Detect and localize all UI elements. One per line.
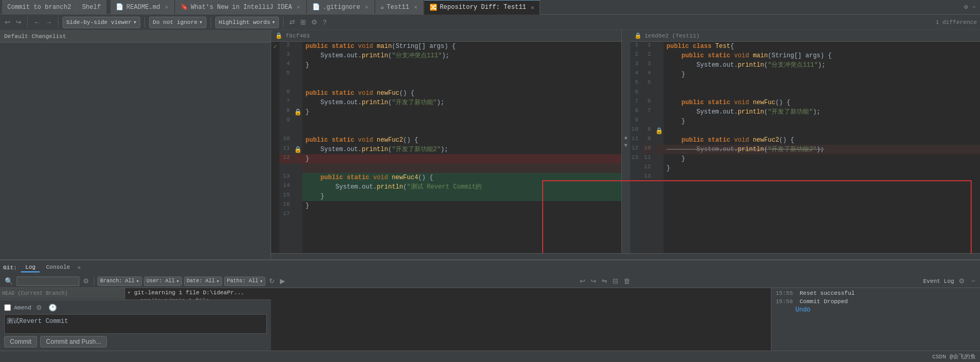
event-log-panel: 15:55 Reset successful 15:58 Commit Drop… — [771, 288, 980, 351]
user-filter[interactable]: User: All▾ — [144, 277, 182, 286]
trash-btn[interactable]: 🗑 — [622, 277, 632, 285]
ignore-mode-chevron: ▾ — [199, 19, 203, 26]
event-log-header-area: Event Log ⚙ − — [923, 277, 977, 285]
event-entry-1: 15:58 Commit Dropped — [774, 297, 978, 306]
top-tab-bar: Commit to branch2 Shelf 📄 README.md ✕ 🔖 … — [0, 0, 980, 15]
tab-repo-diff-label: Repository Diff: Test11 — [440, 4, 526, 11]
commit-push-button[interactable]: Commit and Push... — [40, 336, 106, 347]
undo-btn[interactable]: ↩ — [3, 18, 12, 27]
tab-commit-label: Commit to branch2 — [7, 4, 71, 11]
tab-whatsnew[interactable]: 🔖 What's New in IntelliJ IDEA ✕ — [175, 0, 306, 15]
ignore-mode-dropdown[interactable]: Do not ignore ▾ — [149, 17, 206, 28]
redo-btn[interactable]: ↪ — [14, 18, 23, 27]
tab-repo-diff[interactable]: 🔀 Repository Diff: Test11 ✕ — [424, 0, 540, 15]
diff-toolbar: ↩ ↪ ← → Side-by-side viewer ▾ Do not ign… — [0, 15, 980, 30]
git-toolbar-separator — [94, 277, 94, 285]
test11-icon: ☕ — [381, 3, 384, 11]
viewer-mode-dropdown[interactable]: Side-by-side viewer ▾ — [63, 17, 140, 28]
right-commit-hash: 1e6d6e2 (Test11) — [645, 33, 700, 39]
undo-git-btn[interactable]: ↩ — [578, 277, 587, 285]
refresh-btn[interactable]: ↻ — [267, 277, 276, 285]
minimize-icon[interactable]: − — [972, 4, 976, 11]
highlight-words-label: Highlight words — [219, 19, 271, 26]
git-arrow-btn[interactable]: ▶ — [278, 277, 287, 285]
gitignore-icon: 📄 — [312, 3, 320, 11]
paths-filter[interactable]: Paths: All▾ — [224, 277, 265, 286]
date-filter[interactable]: Date: All▾ — [184, 277, 222, 286]
lock-icon-left: 🔒 — [275, 32, 283, 39]
left-line-numbers: 2 3 4 5 6 7 8 9 10 11 12 — [279, 42, 294, 253]
git-tab-log[interactable]: Log — [21, 263, 40, 272]
merge-btn[interactable]: ⇋ — [600, 277, 609, 285]
commit-button[interactable]: Commit — [4, 336, 37, 347]
status-right: CSDN @会飞的鱼 — [932, 353, 976, 360]
viewer-mode-chevron: ▾ — [133, 19, 137, 26]
commit-panel: Amend ⚙ 🕐 测试Revert Commit Commit Commit … — [0, 299, 271, 351]
git-toolbar-right: ↩ ↪ ⇋ ⊟ 🗑 — [578, 277, 632, 285]
amend-label: Amend — [14, 305, 31, 311]
help-btn[interactable]: ? — [321, 18, 328, 27]
git-tab-bar: Git: Log Console ✕ — [0, 260, 980, 274]
git-tab-console[interactable]: Console — [42, 263, 74, 272]
diff-nav-separator: ▲ ▼ — [622, 30, 630, 253]
close-repo-diff-btn[interactable]: ✕ — [531, 4, 534, 11]
changelist-header: Default Changelist — [0, 30, 271, 43]
event-log-title: Event Log — [923, 278, 954, 284]
horizontal-scrollbar[interactable] — [271, 253, 980, 259]
readme-icon: 📄 — [116, 3, 124, 11]
event-entry-0: 15:55 Reset successful — [774, 289, 978, 297]
tab-gear-area: ⚙ − — [964, 3, 980, 11]
close-whatsnew-btn[interactable]: ✕ — [297, 4, 300, 10]
tab-test11[interactable]: ☕ Test11 ✕ — [375, 0, 423, 15]
settings-btn[interactable]: ⚙ — [310, 18, 319, 27]
event-log-minimize-btn[interactable]: − — [970, 277, 977, 285]
amend-checkbox[interactable] — [4, 304, 11, 311]
right-line-numbers-right: 1 2 3 4 5 6 7 8 9 10 11 — [643, 42, 655, 253]
repo-diff-icon: 🔀 — [430, 4, 437, 11]
tab-test11-label: Test11 — [387, 4, 409, 11]
tab-shelf-label: Shelf — [82, 4, 101, 11]
diff-count: 1 difference — [936, 19, 977, 26]
git-settings-btn[interactable]: ⚙ — [81, 277, 91, 285]
tab-commit[interactable]: Commit to branch2 — [2, 0, 77, 15]
console-close-btn[interactable]: ✕ — [77, 264, 81, 271]
left-code-area: public static void main(String[] args) {… — [302, 42, 621, 253]
right-lock-col: 🔒 — [655, 42, 664, 253]
status-bar: CSDN @会飞的鱼 — [0, 351, 980, 362]
close-test11-btn[interactable]: ✕ — [414, 4, 418, 10]
forward-btn[interactable]: → — [44, 18, 54, 27]
search-input-btn[interactable]: 🔍 — [3, 277, 15, 285]
git-search-input[interactable] — [17, 277, 79, 286]
amend-history-btn[interactable]: 🕐 — [47, 303, 58, 312]
columns-git-btn[interactable]: ⊟ — [611, 277, 620, 285]
event-undo-link[interactable]: Undo — [774, 306, 978, 314]
ignore-mode-label: Do not ignore — [153, 19, 198, 26]
tab-whatsnew-label: What's New in IntelliJ IDEA — [191, 4, 292, 11]
event-log-settings-btn[interactable]: ⚙ — [957, 277, 966, 285]
left-commit-hash: f8cf403 — [286, 33, 310, 39]
settings-icon[interactable]: ⚙ — [964, 3, 968, 11]
left-lock-col: 🔒 🔒 — [294, 42, 302, 253]
tab-readme-label: README.md — [126, 4, 160, 11]
tab-gitignore-label: .gitignore — [323, 4, 360, 11]
tab-shelf[interactable]: Shelf — [77, 0, 106, 15]
sync-btn[interactable]: ⇄ — [288, 18, 297, 27]
changed-files-repo: git-learning 1 file D:\ideaPr... — [134, 290, 244, 296]
changelist-label: Default Changelist — [4, 33, 66, 40]
git-label: Git: — [3, 265, 17, 271]
columns-btn[interactable]: ⊞ — [299, 18, 308, 27]
redo-git-btn[interactable]: ↪ — [589, 277, 598, 285]
right-code-area: public class Test{ public static void ma… — [664, 42, 981, 253]
branch-filter[interactable]: Branch: All▾ — [97, 277, 142, 286]
close-readme-btn[interactable]: ✕ — [165, 4, 168, 10]
amend-settings-btn[interactable]: ⚙ — [34, 303, 44, 312]
left-diff-header: 🔒 f8cf403 — [271, 30, 621, 42]
highlight-words-dropdown[interactable]: Highlight words ▾ — [215, 17, 279, 28]
commit-message-input[interactable]: 测试Revert Commit — [4, 314, 267, 334]
back-btn[interactable]: ← — [32, 18, 42, 27]
tab-readme[interactable]: 📄 README.md ✕ — [111, 0, 174, 15]
tab-gitignore[interactable]: 📄 .gitignore ✕ — [307, 0, 374, 15]
head-branch-label: HEAD (Current Branch) — [2, 291, 68, 296]
viewer-mode-label: Side-by-side viewer — [66, 19, 131, 26]
close-gitignore-btn[interactable]: ✕ — [365, 4, 369, 10]
